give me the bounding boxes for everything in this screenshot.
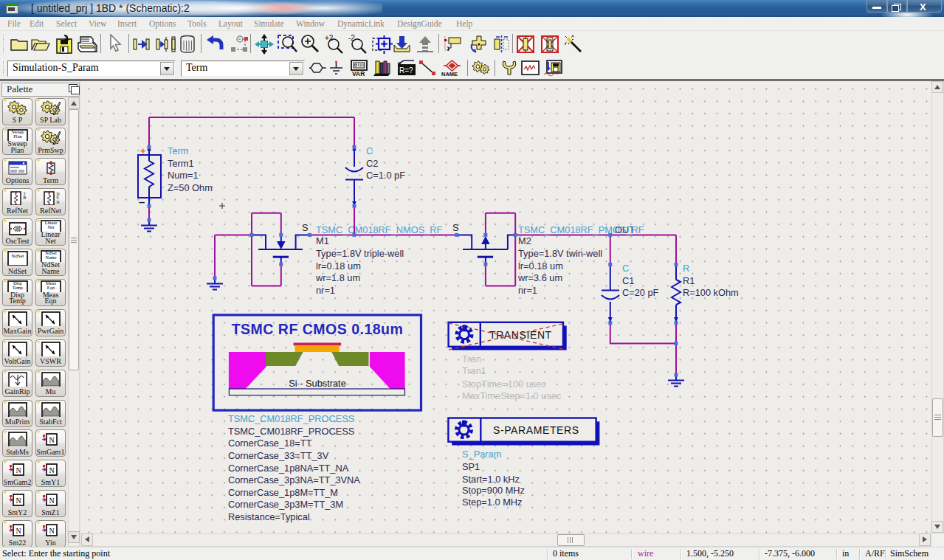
- svg-text:Z=50 Ohm: Z=50 Ohm: [168, 182, 213, 193]
- svg-text:Term: Term: [168, 145, 188, 156]
- svg-text:R1: R1: [683, 275, 695, 286]
- svg-text:lr=0.18 um: lr=0.18 um: [316, 260, 361, 272]
- svg-text:Resistance=Typical: Resistance=Typical: [228, 511, 310, 522]
- svg-text:C=20 pF: C=20 pF: [622, 287, 659, 298]
- svg-text:M1: M1: [316, 235, 329, 246]
- svg-text:S_Param: S_Param: [462, 449, 501, 460]
- svg-text:C1: C1: [622, 275, 634, 286]
- svg-text:R=?: R=?: [399, 66, 413, 75]
- svg-text:–: –: [139, 196, 145, 208]
- svg-text:C2: C2: [366, 158, 378, 169]
- svg-text:nr=1: nr=1: [316, 285, 335, 296]
- svg-text:MaxTimeStep=1.0 usec: MaxTimeStep=1.0 usec: [462, 390, 562, 401]
- svg-text:C: C: [622, 263, 629, 274]
- svg-text:+: +: [140, 145, 145, 156]
- svg-text:S: S: [302, 222, 309, 233]
- svg-text:Step=1.0 MHz: Step=1.0 MHz: [462, 497, 522, 508]
- svg-text:S: S: [452, 222, 459, 233]
- svg-text:Tran1: Tran1: [462, 365, 486, 376]
- svg-text:Tran: Tran: [462, 353, 481, 364]
- svg-text:C=1.0 pF: C=1.0 pF: [366, 170, 405, 181]
- svg-text:SP1: SP1: [462, 461, 480, 472]
- svg-text:TSMC RF CMOS 0.18um: TSMC RF CMOS 0.18um: [232, 321, 404, 337]
- svg-text:Type=1.8V twin-well: Type=1.8V twin-well: [518, 248, 602, 259]
- svg-text:R: R: [683, 263, 689, 274]
- svg-text:NAME: NAME: [441, 71, 458, 77]
- svg-text:CornerCase_1p8M=TT_M: CornerCase_1p8M=TT_M: [228, 487, 338, 498]
- svg-text:CornerCase_33=TT_3V: CornerCase_33=TT_3V: [228, 450, 329, 461]
- svg-text:CornerCase_1p8NA=TT_NA: CornerCase_1p8NA=TT_NA: [228, 463, 349, 474]
- svg-text:Num=1: Num=1: [168, 170, 199, 181]
- svg-text:TRANSIENT: TRANSIENT: [489, 329, 552, 341]
- svg-text:M2: M2: [518, 235, 531, 246]
- svg-text:TSMC_CM018RF_PROCESS: TSMC_CM018RF_PROCESS: [228, 426, 354, 437]
- svg-text:TSMC_CM018RF_NMOS_RF: TSMC_CM018RF_NMOS_RF: [316, 224, 443, 235]
- svg-text:CornerCase_3p3M=TT_3M: CornerCase_3p3M=TT_3M: [228, 499, 343, 510]
- svg-text:C: C: [366, 145, 373, 156]
- svg-text:Stop=900 MHz: Stop=900 MHz: [462, 485, 525, 496]
- svg-text:R=100 kOhm: R=100 kOhm: [683, 287, 739, 298]
- svg-text:-2: -2: [348, 35, 355, 42]
- svg-text:TSMC_CM018RF_PMOS_RF: TSMC_CM018RF_PMOS_RF: [518, 224, 644, 235]
- svg-text:lr=0.18 um: lr=0.18 um: [518, 260, 563, 272]
- svg-text:Start=1.0 kHz: Start=1.0 kHz: [462, 474, 520, 485]
- svg-text:wr=3.6 um: wr=3.6 um: [517, 272, 562, 283]
- svg-text:StopTime=100 usec: StopTime=100 usec: [462, 378, 546, 390]
- svg-text:Term1: Term1: [168, 158, 194, 169]
- svg-text:TSMC_CM018RF_PROCESS: TSMC_CM018RF_PROCESS: [228, 413, 354, 424]
- svg-text:nr=1: nr=1: [518, 285, 537, 296]
- svg-text:Type=1.8V triple-well: Type=1.8V triple-well: [316, 248, 404, 259]
- svg-text:CornerCase_18=TT: CornerCase_18=TT: [228, 438, 312, 449]
- svg-text:Si - Substrate: Si - Substrate: [289, 378, 346, 389]
- svg-text:VAR: VAR: [352, 70, 365, 76]
- svg-text:wr=1.8 um: wr=1.8 um: [315, 272, 360, 283]
- svg-text:S-PARAMETERS: S-PARAMETERS: [493, 424, 579, 436]
- svg-text:CornerCase_3p3NA=TT_3VNA: CornerCase_3p3NA=TT_3VNA: [228, 474, 360, 485]
